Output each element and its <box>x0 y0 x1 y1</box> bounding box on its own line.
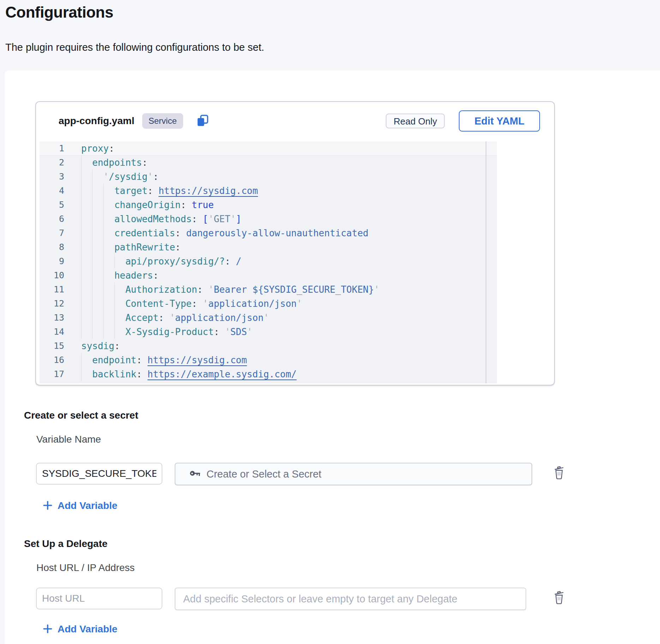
code-line: 2endpoints: <box>40 156 497 170</box>
copy-button[interactable] <box>196 114 209 128</box>
line-number: 2 <box>40 156 64 170</box>
line-number: 6 <box>40 212 64 226</box>
code-line-content: proxy: <box>81 141 114 155</box>
indent-guide <box>92 297 103 311</box>
code-line: 8pathRewrite: <box>40 240 497 254</box>
indent-guide <box>103 184 114 198</box>
indent-guide <box>81 353 92 367</box>
indent-guide <box>103 325 114 339</box>
indent-guide <box>81 268 92 282</box>
line-number: 13 <box>40 311 64 325</box>
indent-guide <box>103 268 114 282</box>
indent-guide <box>81 198 92 212</box>
indent-guide <box>81 282 92 297</box>
line-number: 3 <box>40 170 64 184</box>
delete-variable-button[interactable] <box>552 465 566 481</box>
indent-guide <box>92 240 103 254</box>
code-line-content: backlink: https://example.sysdig.com/ <box>81 367 296 381</box>
indent-guide <box>103 311 114 325</box>
line-number: 17 <box>40 367 64 381</box>
code-line-content: X-Sysdig-Product: 'SDS' <box>81 325 252 339</box>
code-line: 10headers: <box>40 268 497 282</box>
code-line-content: credentials: dangerously-allow-unauthent… <box>81 226 368 240</box>
host-url-label: Host URL / IP Address <box>36 562 135 573</box>
indent-guide <box>81 212 92 226</box>
line-number: 8 <box>40 240 64 254</box>
file-name: app-config.yaml <box>59 115 134 127</box>
add-variable-label: Add Variable <box>58 500 118 511</box>
line-number: 9 <box>40 254 64 268</box>
code-scrollbar[interactable] <box>486 141 486 383</box>
indent-guide <box>81 226 92 240</box>
code-line: 4target: https://sysdig.com <box>40 184 497 198</box>
indent-guide <box>92 325 103 339</box>
code-line: 7credentials: dangerously-allow-unauthen… <box>40 226 497 240</box>
line-number: 1 <box>40 141 64 155</box>
delegate-selectors-input[interactable]: Add specific Selectors or leave empty to… <box>175 588 526 610</box>
delegate-section-heading: Set Up a Delegate <box>24 538 108 549</box>
indent-guide <box>81 170 92 184</box>
add-variable-label: Add Variable <box>58 624 118 635</box>
code-line-content: Content-Type: 'application/json' <box>81 297 302 311</box>
code-line-content: '/sysdig': <box>81 170 158 184</box>
code-line-content: headers: <box>81 268 158 282</box>
indent-guide <box>92 268 103 282</box>
code-line: 12Content-Type: 'application/json' <box>40 297 497 311</box>
line-number: 4 <box>40 184 64 198</box>
code-line-content: target: https://sysdig.com <box>81 184 258 198</box>
indent-guide <box>81 156 92 170</box>
delete-delegate-button[interactable] <box>552 590 566 606</box>
indent-guide <box>92 170 103 184</box>
indent-guide <box>103 282 114 297</box>
line-number: 14 <box>40 325 64 339</box>
host-url-input[interactable] <box>36 588 162 609</box>
indent-guide <box>92 226 103 240</box>
line-number: 15 <box>40 339 64 353</box>
page-title: Configurations <box>5 4 113 21</box>
indent-guide <box>92 184 103 198</box>
secret-selector-placeholder: Create or Select a Secret <box>206 468 322 480</box>
indent-guide <box>92 311 103 325</box>
content-panel: app-config.yaml Service Read Only Edit Y… <box>5 71 660 644</box>
line-number: 12 <box>40 297 64 311</box>
code-line-content: changeOrigin: true <box>81 198 214 212</box>
add-delegate-variable-button[interactable]: Add Variable <box>43 623 118 636</box>
indent-guide <box>81 254 92 268</box>
line-number: 16 <box>40 353 64 367</box>
indent-guide <box>92 212 103 226</box>
variable-name-input[interactable] <box>36 463 162 485</box>
edit-yaml-button[interactable]: Edit YAML <box>459 110 540 132</box>
key-icon <box>189 467 201 481</box>
indent-guide <box>81 325 92 339</box>
indent-guide <box>114 282 125 297</box>
code-line-content: sysdig: <box>81 339 120 353</box>
indent-guide <box>92 254 103 268</box>
line-number: 5 <box>40 198 64 212</box>
indent-guide <box>103 297 114 311</box>
code-line: 6allowedMethods: ['GET'] <box>40 212 497 226</box>
secret-selector-field[interactable]: Create or Select a Secret <box>175 463 532 485</box>
copy-icon <box>196 114 209 128</box>
service-badge: Service <box>142 113 183 129</box>
indent-guide <box>114 297 125 311</box>
indent-guide <box>114 311 125 325</box>
indent-guide <box>81 240 92 254</box>
code-editor[interactable]: 1proxy:2endpoints:3'/sysdig':4target: ht… <box>40 141 497 383</box>
code-line-content: pathRewrite: <box>81 240 181 254</box>
variable-name-label: Variable Name <box>36 434 101 445</box>
plus-icon <box>43 500 53 511</box>
code-line: 13Accept: 'application/json' <box>40 311 497 325</box>
code-line: 1proxy: <box>40 141 497 156</box>
code-line: 16endpoint: https://sysdig.com <box>40 353 497 367</box>
code-line: 5changeOrigin: true <box>40 198 497 212</box>
delegate-selectors-placeholder: Add specific Selectors or leave empty to… <box>183 593 457 605</box>
trash-icon <box>553 590 565 606</box>
config-card: app-config.yaml Service Read Only Edit Y… <box>35 101 555 385</box>
read-only-button[interactable]: Read Only <box>386 114 445 128</box>
code-line: 14X-Sysdig-Product: 'SDS' <box>40 325 497 339</box>
code-line-content: endpoints: <box>81 156 148 170</box>
line-number: 7 <box>40 226 64 240</box>
code-line: 9api/proxy/sysdig/?: / <box>40 254 497 268</box>
indent-guide <box>103 226 114 240</box>
add-variable-button[interactable]: Add Variable <box>43 499 118 512</box>
